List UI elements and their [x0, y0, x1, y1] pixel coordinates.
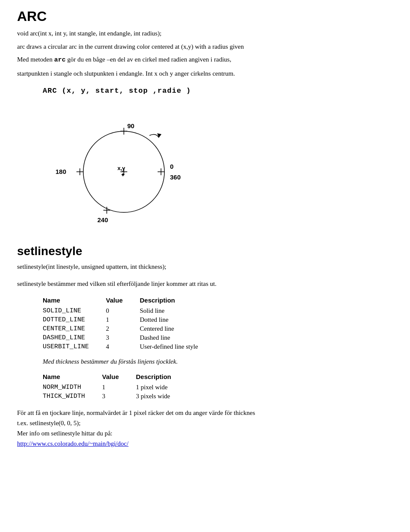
- arc-diagram: 90 180 0 360 240 x,y ✦: [51, 103, 214, 232]
- table-row: USERBIT_LINE 4 User-defined line style: [43, 342, 215, 351]
- cell-value: 2: [106, 324, 140, 333]
- col2-header-value: Value: [102, 372, 136, 383]
- bottom-text-3: Mer info om setlinestyle hittar du på:: [17, 428, 393, 438]
- width-table: Name Value Description NORM_WIDTH 1 1 pi…: [43, 372, 188, 401]
- cell-name: DOTTED_LINE: [43, 315, 106, 324]
- arc-formula: ARC (x, y, start, stop ,radie ): [43, 87, 393, 95]
- setlinestyle-title: setlinestyle: [17, 244, 393, 258]
- table-row: THICK_WIDTH 3 3 pixels wide: [43, 392, 188, 401]
- arc-intro-line3-suffix: gör du en båge –en del av en cirkel med …: [66, 56, 231, 63]
- arc-intro-line3-prefix: Med metoden: [17, 56, 54, 63]
- svg-text:180: 180: [56, 168, 66, 175]
- page-title: ARC: [17, 9, 393, 24]
- arc-intro-line3: Med metoden arc gör du en båge –en del a…: [17, 55, 393, 65]
- cell-name: USERBIT_LINE: [43, 342, 106, 351]
- arc-bold: arc: [54, 56, 66, 64]
- cell-name: THICK_WIDTH: [43, 392, 102, 401]
- setlinestyle-signature: setlinestyle(int linestyle, unsigned upa…: [17, 262, 393, 272]
- cell-desc: Dotted line: [140, 315, 215, 324]
- svg-text:90: 90: [127, 122, 135, 129]
- svg-text:✦: ✦: [120, 171, 126, 178]
- arc-diagram-section: ARC (x, y, start, stop ,radie ): [43, 87, 393, 232]
- cell-desc: Centered line: [140, 324, 215, 333]
- cell-name: CENTER_LINE: [43, 324, 106, 333]
- table-row: CENTER_LINE 2 Centered line: [43, 324, 215, 333]
- cell-value: 4: [106, 342, 140, 351]
- bottom-text-1: För att få en tjockare linje, normalvärd…: [17, 408, 393, 418]
- cell-desc: Dashed line: [140, 333, 215, 342]
- svg-text:240: 240: [97, 216, 108, 223]
- table-row: DOTTED_LINE 1 Dotted line: [43, 315, 215, 324]
- cell-value: 1: [106, 315, 140, 324]
- bgi-doc-link[interactable]: http://www.cs.colorado.edu/~main/bgi/doc…: [17, 440, 129, 447]
- svg-text:360: 360: [170, 173, 181, 181]
- col-header-value: Value: [106, 296, 140, 306]
- cell-name: NORM_WIDTH: [43, 383, 102, 392]
- table-row: DASHED_LINE 3 Dashed line: [43, 333, 215, 342]
- cell-name: DASHED_LINE: [43, 333, 106, 342]
- svg-marker-11: [157, 133, 161, 138]
- cell-desc: 1 pixel wide: [136, 383, 188, 392]
- col-header-name: Name: [43, 296, 106, 306]
- col2-header-description: Description: [136, 372, 188, 383]
- cell-value: 3: [102, 392, 136, 401]
- bottom-text-2: t.ex. setlinestyle(0, 0, 5);: [17, 418, 393, 428]
- cell-value: 1: [102, 383, 136, 392]
- bottom-text-block: För att få en tjockare linje, normalvärd…: [17, 408, 393, 449]
- arc-svg: 90 180 0 360 240 x,y ✦: [51, 103, 214, 232]
- table-row: NORM_WIDTH 1 1 pixel wide: [43, 383, 188, 392]
- col-header-description: Description: [140, 296, 215, 306]
- svg-text:x,y: x,y: [117, 165, 126, 171]
- cell-value: 0: [106, 306, 140, 315]
- arc-intro-line1: void arc(int x, int y, int stangle, int …: [17, 29, 393, 38]
- arc-intro-line4: startpunkten i stangle och slutpunkten i…: [17, 69, 393, 79]
- cell-value: 3: [106, 333, 140, 342]
- col2-header-name: Name: [43, 372, 102, 383]
- cell-desc: User-defined line style: [140, 342, 215, 351]
- arc-intro-line2: arc draws a circular arc in the current …: [17, 42, 393, 52]
- linestyle-table: Name Value Description SOLID_LINE 0 Soli…: [43, 296, 215, 351]
- cell-desc: Solid line: [140, 306, 215, 315]
- svg-text:0: 0: [170, 163, 173, 170]
- setlinestyle-description: setlinestyle bestämmer med vilken stil e…: [17, 279, 393, 289]
- cell-desc: 3 pixels wide: [136, 392, 188, 401]
- cell-name: SOLID_LINE: [43, 306, 106, 315]
- thickness-note: Med thickness bestämmer du förstås linje…: [43, 358, 393, 365]
- table-row: SOLID_LINE 0 Solid line: [43, 306, 215, 315]
